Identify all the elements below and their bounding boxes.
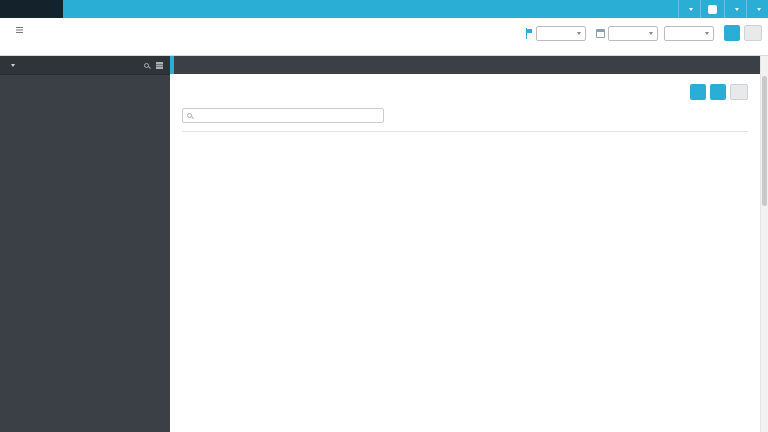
tab-accent	[170, 56, 174, 74]
search-icon[interactable]	[144, 63, 149, 68]
bilanzjahr-select[interactable]	[536, 26, 586, 41]
help-menu[interactable]	[724, 0, 746, 18]
chevron-down-icon	[689, 8, 693, 11]
content-buttons	[690, 84, 748, 100]
company-block	[10, 22, 23, 32]
search-input[interactable]	[182, 108, 384, 123]
tab-bar	[170, 56, 760, 74]
account-menu[interactable]	[746, 0, 768, 18]
ecospeed-logo[interactable]	[0, 0, 63, 18]
consumption-chart	[182, 318, 748, 430]
title-menu-button[interactable]	[16, 23, 23, 32]
meter-readings-table	[182, 131, 748, 132]
chevron-down-icon	[705, 32, 709, 35]
header-controls	[525, 24, 762, 41]
topbar-right	[678, 0, 768, 18]
calendar-icon	[596, 29, 605, 38]
chevron-down-icon	[735, 8, 739, 11]
search-icon	[187, 113, 192, 118]
top-navigation-bar	[0, 0, 768, 18]
language-selector[interactable]	[678, 0, 700, 18]
sidebar-filter[interactable]	[0, 56, 170, 75]
hamburger-icon	[16, 27, 23, 28]
list-icon[interactable]	[156, 62, 163, 63]
flag-icon	[525, 28, 533, 39]
notification-badge	[708, 5, 717, 14]
zaehlerstammdaten-button[interactable]	[690, 84, 706, 100]
chevron-down-icon	[757, 8, 761, 11]
back-to-zaehlerliste-button[interactable]	[730, 84, 748, 100]
chevron-down-icon	[11, 64, 15, 67]
vertical-scrollbar[interactable]	[760, 56, 768, 432]
sidebar	[0, 56, 170, 432]
bilanzjahr-group	[525, 24, 586, 41]
zeitraum-group	[596, 24, 714, 41]
chart-area	[182, 318, 748, 430]
zeitraum-from-select[interactable]	[608, 26, 658, 41]
zeitraum-to-select[interactable]	[664, 26, 714, 41]
save-balance-button[interactable]	[724, 25, 740, 41]
notifications-button[interactable]	[700, 0, 724, 18]
add-zaehlerwert-button[interactable]	[710, 84, 726, 100]
scrollbar-thumb[interactable]	[762, 76, 767, 206]
page-header	[0, 18, 768, 56]
discard-button[interactable]	[744, 25, 762, 41]
chevron-down-icon	[649, 32, 653, 35]
main-content	[170, 74, 760, 432]
chevron-down-icon	[577, 32, 581, 35]
header-buttons	[724, 25, 762, 41]
